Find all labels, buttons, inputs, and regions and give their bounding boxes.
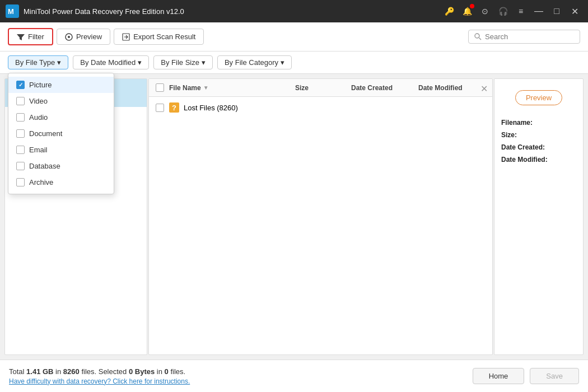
preview-button[interactable]: Preview	[57, 29, 110, 45]
svg-point-4	[68, 36, 70, 38]
database-checkbox[interactable]	[16, 162, 25, 170]
search-box[interactable]	[468, 30, 580, 44]
document-checkbox[interactable]	[16, 129, 25, 138]
file-type-email[interactable]: Email	[8, 142, 114, 158]
database-label: Database	[29, 162, 60, 170]
by-file-type-dropdown[interactable]: By File Type ▾	[8, 55, 68, 69]
title-bar: M MiniTool Power Data Recovery Free Edit…	[0, 0, 588, 22]
selected-size: 0 Bytes	[129, 367, 155, 376]
file-type-audio[interactable]: Audio	[8, 109, 114, 125]
table-row[interactable]: ? Lost Files (8260)	[149, 99, 492, 116]
row-filename-text: Lost Files (8260)	[184, 104, 238, 112]
picture-label: Picture	[29, 81, 52, 89]
search-input[interactable]	[485, 32, 574, 41]
file-type-document[interactable]: Document	[8, 125, 114, 142]
selected-files: 0	[165, 367, 169, 376]
circle-icon[interactable]: ⊙	[479, 6, 491, 17]
minimize-button[interactable]: —	[531, 3, 547, 19]
file-list-panel: ✕ File Name ▼ Size Date Created Date Mod…	[148, 78, 493, 355]
export-icon	[122, 33, 130, 41]
dropdown-arrow-icon: ▾	[281, 58, 284, 67]
filter-button[interactable]: Filter	[8, 28, 53, 45]
svg-marker-2	[17, 34, 25, 40]
file-list-body: ? Lost Files (8260)	[149, 97, 492, 354]
header-date-modified: Date Modified	[418, 84, 486, 92]
status-buttons: Home Save	[473, 368, 579, 384]
preview-icon	[65, 33, 73, 41]
header-checkbox-col	[156, 83, 169, 92]
search-icon	[474, 33, 482, 40]
row-filename: ? Lost Files (8260)	[169, 102, 295, 113]
preview-date-created-label: Date Created:	[501, 143, 576, 151]
by-file-category-dropdown[interactable]: By File Category ▾	[217, 55, 292, 69]
headphone-icon[interactable]: 🎧	[497, 6, 508, 17]
preview-filename: Filename:	[501, 119, 576, 127]
video-label: Video	[29, 97, 48, 105]
header-size: Size	[295, 84, 351, 92]
maximize-button[interactable]: □	[549, 3, 564, 19]
svg-text:?: ?	[172, 104, 176, 112]
header-date-created: Date Created	[351, 84, 418, 92]
export-button[interactable]: Export Scan Result	[114, 29, 204, 45]
row-checkbox-col	[156, 104, 169, 112]
file-type-archive[interactable]: Archive	[8, 174, 114, 190]
filter-bar: By File Type ▾ By Date Modified ▾ By Fil…	[0, 52, 588, 74]
header-filename: File Name ▼	[169, 84, 295, 92]
file-list-header: File Name ▼ Size Date Created Date Modif…	[149, 79, 492, 97]
email-checkbox[interactable]	[16, 146, 25, 154]
status-summary: Total 1.41 GB in 8260 files. Selected 0 …	[9, 367, 468, 376]
svg-line-8	[479, 38, 482, 40]
archive-checkbox[interactable]	[16, 178, 25, 186]
file-type-database[interactable]: Database	[8, 158, 114, 174]
dropdown-arrow-icon: ▾	[202, 58, 206, 67]
total-files: 8260	[63, 367, 80, 376]
by-file-size-dropdown[interactable]: By File Size ▾	[153, 55, 213, 69]
preview-size: Size:	[501, 131, 576, 139]
save-button[interactable]: Save	[530, 368, 579, 384]
by-date-modified-dropdown[interactable]: By Date Modified ▾	[73, 55, 149, 69]
document-label: Document	[29, 129, 62, 138]
app-logo: M	[6, 4, 19, 18]
file-type-menu: Picture Video Audio Document Email Datab…	[8, 73, 114, 194]
total-size: 1.41 GB	[26, 367, 53, 376]
row-checkbox[interactable]	[156, 104, 164, 112]
window-controls: — □ ✕	[531, 3, 582, 19]
archive-label: Archive	[29, 178, 53, 186]
email-label: Email	[29, 146, 48, 154]
menu-icon[interactable]: ≡	[515, 6, 526, 17]
preview-date-modified-label: Date Modified:	[501, 156, 576, 164]
video-checkbox[interactable]	[16, 97, 25, 105]
preview-panel: Preview Filename: Size: Date Created: Da…	[494, 78, 584, 355]
file-type-video[interactable]: Video	[8, 93, 114, 109]
file-panel-close-button[interactable]: ✕	[480, 83, 488, 94]
picture-checkbox[interactable]	[16, 81, 25, 89]
bell-icon[interactable]: 🔔	[461, 6, 473, 17]
preview-date-created: Date Created:	[501, 143, 576, 151]
preview-filename-label: Filename:	[501, 119, 576, 127]
dropdown-arrow-icon: ▾	[138, 58, 142, 67]
close-button[interactable]: ✕	[567, 3, 582, 19]
help-link[interactable]: Have difficulty with data recovery? Clic…	[9, 377, 190, 385]
title-bar-icons: 🔑 🔔 ⊙ 🎧 ≡	[444, 6, 526, 17]
preview-size-label: Size:	[501, 131, 576, 139]
audio-checkbox[interactable]	[16, 113, 25, 122]
status-bar: Total 1.41 GB in 8260 files. Selected 0 …	[0, 360, 588, 392]
filter-icon	[17, 33, 25, 41]
sort-icon: ▼	[203, 85, 209, 91]
file-type-picture[interactable]: Picture	[8, 77, 114, 93]
preview-meta: Filename: Size: Date Created: Date Modif…	[501, 119, 576, 164]
svg-text:M: M	[8, 7, 14, 16]
toolbar: Filter Preview Export Scan Result	[0, 22, 588, 52]
preview-date-modified: Date Modified:	[501, 156, 576, 164]
audio-label: Audio	[29, 113, 48, 122]
status-text: Total 1.41 GB in 8260 files. Selected 0 …	[9, 367, 468, 385]
home-button[interactable]: Home	[473, 368, 525, 384]
question-mark-icon: ?	[169, 102, 179, 113]
svg-point-7	[475, 34, 479, 38]
dropdown-arrow-icon: ▾	[57, 58, 61, 67]
preview-action-button[interactable]: Preview	[515, 90, 562, 105]
app-title: MiniTool Power Data Recovery Free Editio…	[24, 7, 444, 16]
key-icon[interactable]: 🔑	[444, 6, 455, 17]
select-all-checkbox[interactable]	[156, 83, 164, 92]
